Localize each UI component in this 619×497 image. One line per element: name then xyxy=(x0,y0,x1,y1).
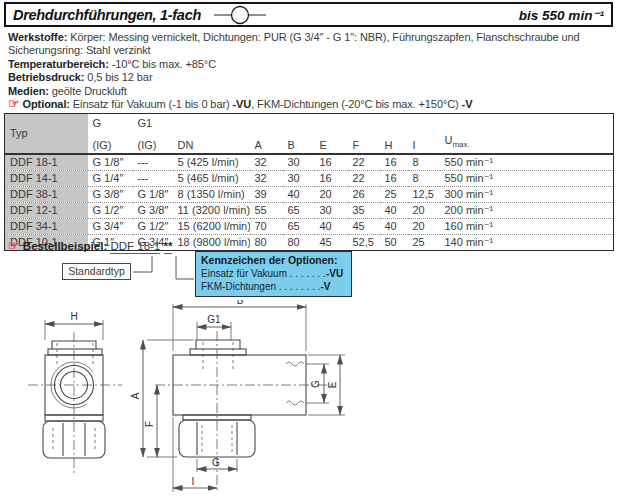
spec-label: Medien: xyxy=(8,85,49,97)
spec-value: 0,5 bis 12 bar xyxy=(84,71,152,83)
standard-type-box: Standardtyp xyxy=(62,263,131,280)
dim-label-a: A xyxy=(130,392,141,399)
spec-label: Betriebsdruck: xyxy=(8,71,84,83)
col-header-typ: Typ xyxy=(5,114,88,154)
rotary-union-icon xyxy=(213,4,267,26)
col-header-e: E xyxy=(315,133,348,154)
col-header-f: F xyxy=(348,133,380,154)
cell-typ: DDF 14-1 xyxy=(5,170,88,186)
col-header-b: B xyxy=(283,133,315,154)
side-view-drawing: B G1 G E A xyxy=(130,300,345,493)
spec-block: Werkstoffe: Körper: Messing vernickelt, … xyxy=(8,31,612,111)
dim-label-f: F xyxy=(144,421,155,427)
col-header-a: A xyxy=(250,133,283,154)
options-legend-box: Kennzeichen der Optionen: Einsatz für Va… xyxy=(195,251,352,297)
spec-value: Einsatz für Vakuum (-1 bis 0 bar) xyxy=(70,98,233,110)
cell-typ: DDF 18-1 xyxy=(5,154,88,171)
spec-betriebsdruck: Betriebsdruck: 0,5 bis 12 bar xyxy=(8,71,612,84)
col-header-g-ig: (IG) xyxy=(88,133,133,154)
col-header-g1: G1 xyxy=(133,114,173,134)
col-header-g: G xyxy=(88,114,133,134)
spec-medien: Medien: geölte Druckluft xyxy=(8,85,612,98)
title-bar: Drehdurchführungen, 1-fach bis 550 min⁻¹ xyxy=(4,2,613,27)
col-header-h: H xyxy=(380,133,408,154)
spec-temperatur: Temperaturbereich: -10°C bis max. +85°C xyxy=(8,58,612,71)
dimension-table: Typ G G1 (IG) (IG) DN A B E F H I Umax. … xyxy=(4,113,614,251)
option-code-v: -V xyxy=(462,98,473,110)
dim-label-h: H xyxy=(70,311,77,322)
header-spacer xyxy=(173,114,614,134)
options-legend-title: Kennzeichen der Optionen: xyxy=(201,254,346,267)
table-header-row-1: Typ G G1 xyxy=(5,114,614,134)
cell-typ: DDF 38-1 xyxy=(5,186,88,202)
umax-sub: max. xyxy=(452,140,469,149)
spec-value: , FKM-Dichtungen (-20°C bis max. +150°C) xyxy=(251,98,461,110)
pointing-hand-icon: ☞ xyxy=(8,96,20,111)
table-row: DDF 18-1 G 1/8″--- 5 (425 l/min)32 3016 … xyxy=(5,154,614,171)
technical-drawing: H B G1 xyxy=(0,300,619,497)
table-row: DDF 34-1 G 3/4″G 1/2″ 15 (6200 l/min)70 … xyxy=(5,218,614,234)
max-speed-label: bis 550 min⁻¹ xyxy=(519,7,604,23)
spec-value: Körper: Messing vernickelt, Dichtungen: … xyxy=(8,31,580,56)
table-row: DDF 14-1 G 1/4″--- 5 (465 l/min)32 3016 … xyxy=(5,170,614,186)
front-view-drawing: H xyxy=(28,311,122,473)
dim-label-g-right: G xyxy=(310,380,321,388)
spec-label: Temperaturbereich: xyxy=(8,58,109,70)
spec-value: geölte Druckluft xyxy=(49,85,127,97)
cell-typ: DDF 12-1 xyxy=(5,202,88,218)
options-legend-line-v: FKM-Dichtungen . . . . . . . .-V xyxy=(201,280,346,293)
catalog-page: Drehdurchführungen, 1-fach bis 550 min⁻¹… xyxy=(0,0,619,497)
cell-typ: DDF 34-1 xyxy=(5,218,88,234)
spec-label: Optional: xyxy=(23,98,70,110)
page-title: Drehdurchführungen, 1-fach xyxy=(13,7,201,23)
dim-label-g1: G1 xyxy=(207,314,221,325)
spec-value: -10°C bis max. +85°C xyxy=(109,58,216,70)
spec-optional: ☞ Optional: Einsatz für Vakuum (-1 bis 0… xyxy=(8,98,612,111)
table-row: DDF 12-1 G 1/2″G 3/8″ 11 (3200 l/min)55 … xyxy=(5,202,614,218)
dim-label-i: I xyxy=(192,476,195,487)
dim-label-e: E xyxy=(327,381,338,388)
dim-label-b: B xyxy=(237,300,244,306)
col-header-dn: DN xyxy=(173,133,250,154)
spec-label: Werkstoffe: xyxy=(8,31,67,43)
options-legend-line-vu: Einsatz für Vakuum . . . . . . .-VU xyxy=(201,267,346,280)
option-code-vu: -VU xyxy=(233,98,252,110)
col-header-i: I xyxy=(408,133,440,154)
table-header-row-2: (IG) (IG) DN A B E F H I Umax. xyxy=(5,133,614,154)
table-row: DDF 38-1 G 3/8″G 1/8″ 8 (1350 l/min)39 4… xyxy=(5,186,614,202)
spec-werkstoffe: Werkstoffe: Körper: Messing vernickelt, … xyxy=(8,31,612,58)
dim-label-g-bottom: G xyxy=(212,457,220,468)
col-header-umax: Umax. xyxy=(440,133,614,154)
col-header-g1-ig: (IG) xyxy=(133,133,173,154)
